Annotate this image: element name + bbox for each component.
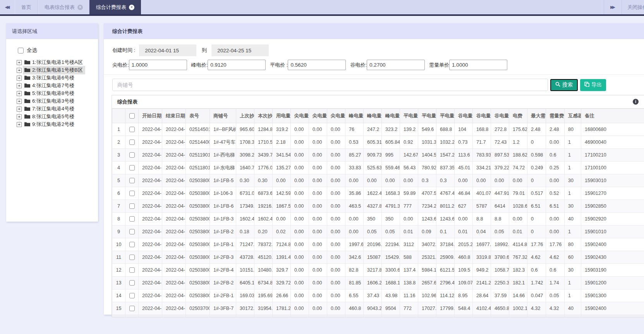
select-all-row[interactable]: 全选 [18,47,98,54]
collapse-tabs-icon[interactable]: ◀◀ [0,0,15,14]
tab-home[interactable]: 首页 [15,0,38,14]
tree-node-label: 8:张江集电港5号楼 [32,113,74,120]
tree-node-content: 7:张江集电港4号楼 [23,105,77,113]
close-operations-button[interactable]: 关闭操作 [622,0,644,14]
row-checkbox[interactable] [129,280,135,286]
row-checkbox[interactable] [129,139,135,145]
row-checkbox[interactable] [129,306,135,311]
expand-icon[interactable]: + [17,60,22,65]
tree-node[interactable]: +5:张江集电港8号楼 [17,90,98,97]
cell: 18992. [491,238,509,251]
cell: 1#-2FB-1 [210,289,236,302]
close-icon[interactable]: × [129,5,134,10]
row-checkbox[interactable] [129,191,135,196]
cell: 195.69 [254,289,273,302]
tree-node[interactable]: +8:张江集电港5号楼 [17,113,98,121]
cell [581,315,644,318]
cell: 6405.1 [236,277,254,289]
tree-node[interactable]: +3:张江集电港6号楼 [17,74,98,82]
tree-node[interactable]: +1:张江集电港1号楼A区 [17,59,98,66]
select-all-checkbox[interactable] [18,48,24,53]
expand-icon[interactable]: + [17,91,22,96]
cell: 1#-2FB-2 [210,277,236,289]
cell: 837.35 [436,162,455,174]
cell: 34072. [418,238,436,251]
expand-icon[interactable]: + [17,107,22,112]
cell: 0.00 [309,289,327,302]
shop-number-input[interactable] [112,79,548,91]
date-to-input[interactable]: 2022-04-25 15 [211,45,269,56]
price-label: 需量单价 [429,62,449,69]
expand-tabs-icon[interactable]: ▶▶ [604,0,622,14]
cell: 0.047 [527,289,546,302]
row-checkbox[interactable] [129,255,135,260]
row-checkbox[interactable] [129,293,135,298]
info-icon[interactable]: i [633,99,639,105]
cell: 0.00 [309,136,327,149]
cell: 1547.2 [436,149,455,162]
price-label: 平电价 : [270,62,288,69]
cell [186,315,210,318]
tree-node[interactable]: +2:张江集电港1号楼B区 [17,66,98,74]
row-checkbox[interactable] [129,229,135,234]
cell: 02503800 [186,251,210,264]
cell: 02503800 [186,238,210,251]
expand-icon[interactable]: + [17,68,22,73]
cell: 15902430 [581,251,644,264]
close-icon[interactable]: × [77,5,83,10]
cell: 1#-1FB-5 [210,174,236,187]
select-all-rows-checkbox[interactable] [129,113,135,119]
expand-icon[interactable]: + [17,99,22,104]
cell: 114.12 [436,289,455,302]
cell: 2022-04- [139,174,162,187]
cell: 1.74 [546,277,565,289]
cell: 2022-04- [139,238,162,251]
cell: 463.5 [345,200,364,213]
tree-node[interactable]: +4:张江集电港7号楼 [17,82,98,90]
cell: 0.00 [327,174,345,187]
row-checkbox[interactable] [129,267,135,273]
table-row: 142022-04-2022-04-025038001#-2FB-1169.03… [112,289,644,302]
price-input[interactable] [129,60,187,70]
tab-billing-report[interactable]: 综合计费报表× [89,0,141,14]
expand-icon[interactable]: + [17,83,22,88]
tree-node[interactable]: +7:张江集电港4号楼 [17,105,98,113]
row-checkbox[interactable] [129,152,135,158]
row-checkbox[interactable] [129,127,135,132]
row-checkbox[interactable] [129,203,135,209]
cell: 15901200 [581,277,644,289]
cell: 33.83 [345,162,364,174]
export-button[interactable]: 导出 [580,79,606,91]
tree-node-label: 1:张江集电港1号楼A区 [32,59,83,66]
cell: 16977. [473,238,491,251]
cell: 1058.7 [491,264,509,277]
column-header: 开始日期 [139,109,162,123]
cell: 28.64 [473,289,491,302]
price-input[interactable] [288,60,346,70]
tree-node-label: 4:张江集电港7号楼 [32,82,74,89]
expand-icon[interactable]: + [17,76,22,81]
row-checkbox[interactable] [129,242,135,247]
price-input[interactable] [208,60,266,70]
price-label: 峰电价: [191,62,208,69]
tab-meter-report[interactable]: 电表综合报表× [38,0,89,14]
search-button[interactable]: 搜索 [550,79,578,91]
expand-icon[interactable]: + [17,114,22,119]
cell: 60 [565,251,581,264]
row-checkbox[interactable] [129,178,135,183]
date-from-input[interactable]: 2022-04-01 15 [139,45,196,56]
cell: 02503800 [186,213,210,226]
column-header: 商铺号 [210,109,236,123]
price-input[interactable] [449,60,507,70]
cell [546,315,565,318]
tree-node[interactable]: +9:张江集电港2号楼 [17,121,98,128]
cell: 0.00 [309,162,327,174]
column-header: 平电量 [418,109,436,123]
expand-icon[interactable]: + [17,122,22,127]
price-input[interactable] [367,60,425,70]
row-checkbox[interactable] [129,165,135,170]
row-select-cell [125,200,139,213]
cell: 02511901 [186,149,210,162]
tree-node[interactable]: +6:张江集电港3号楼 [17,97,98,105]
row-checkbox[interactable] [129,216,135,222]
